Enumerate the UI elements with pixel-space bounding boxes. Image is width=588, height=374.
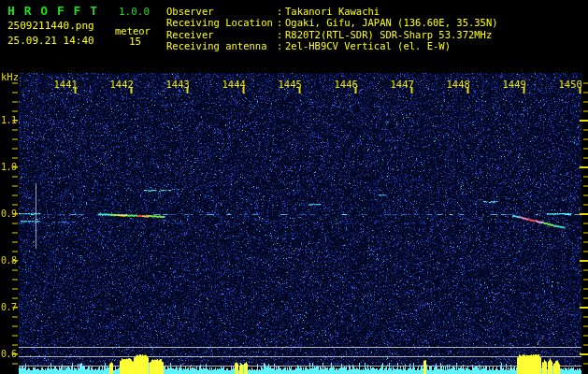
freq-axis-label: 1.0: [1, 162, 17, 172]
time-axis-label: 1444: [222, 79, 246, 90]
info-label: Receiver: [166, 29, 277, 40]
info-label: Receiving antenna: [166, 40, 277, 51]
output-filename: 2509211440.png: [7, 20, 94, 32]
info-value: Ogaki, Gifu, JAPAN (136.60E, 35.35N): [285, 17, 498, 28]
app-title: H R O F F T: [7, 4, 98, 18]
time-axis-label: 1446: [335, 79, 358, 90]
info-label: Observer: [166, 6, 277, 17]
info-colon: :: [277, 17, 285, 28]
info-row-observer: Observer:Takanori Kawachi: [166, 6, 498, 17]
info-value: 2el-HB9CV Vertical (el. E-W): [285, 40, 451, 51]
info-label: Receiving Location: [166, 17, 277, 28]
info-row-antenna: Receiving antenna:2el-HB9CV Vertical (el…: [166, 40, 498, 51]
time-axis-label: 1449: [503, 79, 526, 90]
freq-axis-label: 0.9: [1, 209, 17, 219]
info-row-receiver: Receiver:R820T2(RTL-SDR) SDR-Sharp 53.37…: [166, 29, 498, 40]
time-axis-label: 1443: [166, 79, 190, 90]
datetime-label: 25.09.21 14:40: [7, 35, 94, 47]
time-axis-label: 1450: [559, 79, 582, 90]
time-axis-label: 1447: [391, 79, 414, 90]
info-colon: :: [277, 29, 285, 40]
spectrogram-canvas: [0, 0, 588, 374]
info-row-location: Receiving Location:Ogaki, Gifu, JAPAN (1…: [166, 17, 498, 28]
info-value: R820T2(RTL-SDR) SDR-Sharp 53.372MHz: [285, 29, 492, 40]
info-colon: :: [277, 6, 285, 17]
freq-axis-label: 1.1: [1, 115, 17, 125]
freq-axis-label: 0.8: [1, 255, 17, 266]
app-version: 1.0.0: [119, 6, 150, 18]
echo-count: 15: [129, 36, 141, 48]
info-colon: :: [277, 40, 285, 51]
station-info-block: Observer:Takanori Kawachi Receiving Loca…: [166, 6, 498, 51]
hrofft-window: H R O F F T 1.0.0 2509211440.png meteor …: [0, 0, 588, 374]
info-value: Takanori Kawachi: [285, 6, 380, 17]
freq-axis-unit: kHz: [1, 71, 19, 82]
time-axis-label: 1441: [54, 79, 78, 90]
freq-axis-label: 0.7: [1, 302, 17, 312]
time-axis-label: 1442: [110, 79, 134, 90]
freq-axis-label: 0.6: [1, 349, 17, 359]
time-axis-label: 1448: [447, 79, 470, 90]
time-axis-label: 1445: [279, 79, 302, 90]
